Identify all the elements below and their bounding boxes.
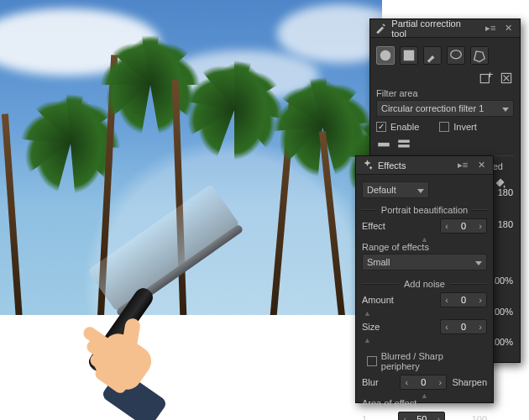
increment-icon[interactable]: ›: [432, 414, 444, 420]
noise-legend: Add noise: [404, 279, 445, 289]
panel-menu-icon[interactable]: ▸≡: [456, 160, 469, 171]
decrement-icon[interactable]: ‹: [441, 295, 453, 305]
panel-menu-icon[interactable]: ▸≡: [484, 23, 497, 34]
filter-area-select[interactable]: Circular correction filter 1: [376, 100, 514, 117]
mask-icon-1[interactable]: [376, 137, 391, 150]
enable-checkbox[interactable]: [376, 122, 386, 132]
decrement-icon[interactable]: ‹: [399, 414, 411, 420]
area-min: 1: [362, 414, 372, 420]
mask-tool-row: [376, 46, 514, 65]
svg-rect-1: [404, 50, 415, 61]
svg-point-0: [380, 50, 391, 61]
invert-label: Invert: [453, 122, 477, 132]
tool-gradient[interactable]: [400, 46, 418, 65]
tool-brush[interactable]: [423, 46, 442, 65]
tool-circle[interactable]: [376, 46, 395, 65]
mask-icon-2[interactable]: [396, 137, 411, 150]
svg-rect-7: [398, 144, 410, 147]
panel-title: Effects: [378, 160, 406, 171]
blur-spinner[interactable]: ‹ 0 ›: [400, 375, 447, 390]
size-value: 0: [453, 322, 474, 332]
side-val: 180: [498, 219, 513, 229]
increment-icon[interactable]: ›: [474, 295, 486, 305]
effect-label: Effect: [362, 221, 385, 231]
tool-lasso[interactable]: [447, 46, 465, 65]
portrait-legend: Portrait beautification: [381, 205, 468, 215]
decrement-icon[interactable]: ‹: [401, 377, 412, 387]
svg-rect-5: [378, 143, 390, 147]
size-spinner[interactable]: ‹ 0 ›: [440, 319, 487, 334]
slider-tick: ▲: [364, 311, 487, 316]
amount-spinner[interactable]: ‹ 0 ›: [440, 292, 487, 307]
slider-tick: ▲: [364, 338, 487, 343]
decrement-icon[interactable]: ‹: [441, 322, 453, 332]
range-label: Range of effects: [362, 242, 487, 252]
preset-select[interactable]: Default: [362, 181, 429, 198]
effect-spinner[interactable]: ‹ 0 ›: [440, 218, 487, 234]
preset-value: Default: [367, 185, 396, 195]
blur-label: Blur: [362, 377, 379, 387]
delete-filter-icon[interactable]: [499, 71, 514, 85]
sharpen-label: Sharpen: [452, 377, 487, 387]
svg-rect-3: [480, 75, 489, 83]
effects-panel: Effects ▸≡ ✕ Default Portrait beautifica…: [355, 155, 494, 403]
squeegee-illustration: [38, 273, 256, 416]
panel-titlebar[interactable]: Effects ▸≡ ✕: [356, 156, 493, 175]
chevron-down-icon: [475, 257, 482, 267]
svg-rect-6: [398, 140, 410, 143]
increment-icon[interactable]: ›: [474, 221, 486, 231]
blur-value: 0: [412, 377, 434, 387]
new-filter-icon[interactable]: [479, 71, 494, 85]
panel-close-icon[interactable]: ✕: [474, 160, 488, 171]
chevron-down-icon: [417, 185, 424, 195]
blurred-checkbox[interactable]: [367, 356, 377, 366]
range-value: Small: [367, 257, 390, 267]
filter-area-value: Circular correction filter 1: [381, 103, 484, 113]
filter-area-label: Filter area: [376, 88, 514, 98]
canvas-photo: [0, 0, 382, 315]
sparkle-icon: [361, 160, 373, 171]
amount-value: 0: [453, 295, 474, 305]
decrement-icon[interactable]: ‹: [441, 221, 453, 231]
size-label: Size: [362, 322, 380, 332]
amount-label: Amount: [362, 295, 394, 305]
panel-titlebar[interactable]: Partial correction tool ▸≡ ✕: [370, 19, 520, 38]
area-spinner[interactable]: ‹ 50 ›: [398, 412, 445, 420]
blurred-legend: Blurred / Sharp periphery: [381, 351, 482, 371]
tool-polygon[interactable]: [470, 46, 489, 65]
area-max: 100: [472, 414, 487, 420]
increment-icon[interactable]: ›: [474, 322, 486, 332]
effect-value: 0: [453, 221, 474, 231]
svg-point-2: [451, 50, 462, 59]
chevron-down-icon: [502, 103, 509, 113]
panel-title: Partial correction tool: [391, 18, 474, 39]
range-select[interactable]: Small: [362, 254, 487, 270]
wand-icon: [375, 23, 386, 34]
increment-icon[interactable]: ›: [434, 377, 446, 387]
side-val: 180: [498, 187, 513, 197]
invert-checkbox[interactable]: [439, 122, 449, 132]
area-value: 50: [411, 414, 432, 420]
enable-label: Enable: [390, 122, 419, 132]
panel-close-icon[interactable]: ✕: [502, 23, 515, 34]
